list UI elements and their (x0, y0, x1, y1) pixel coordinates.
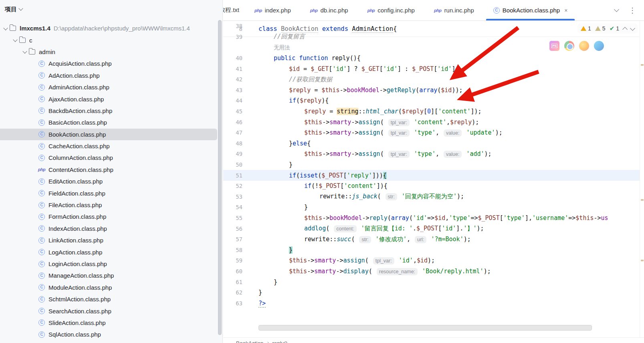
code-editor[interactable]: 3839//回复留言无用法40public function reply(){4… (223, 21, 640, 343)
code-line-60[interactable]: 60$this->smarty->display( resource_name:… (223, 266, 640, 277)
code-line-63[interactable]: 63?> (223, 298, 640, 309)
tree-item-label: FieldAction.class.php (48, 190, 105, 197)
code-line-45[interactable]: 45$reply = string::html_char($reply[0]['… (223, 106, 640, 117)
code-line-48[interactable]: 48}else{ (223, 138, 640, 149)
chevron-down-icon[interactable] (22, 49, 27, 54)
tree-item-FieldAction.class.php[interactable]: CFieldAction.class.php (0, 187, 217, 199)
tab-index.php[interactable]: phpindex.php (245, 0, 301, 20)
usages-hint[interactable]: 无用法 (274, 44, 290, 50)
code-line-47[interactable]: 47$this->smarty->assign( tpl_var: 'type'… (223, 127, 640, 138)
tree-item-BookAction.class.php[interactable]: CBookAction.class.php (0, 129, 217, 140)
tree-item-SearchAction.class.php[interactable]: CSearchAction.class.php (0, 305, 217, 317)
chevron-down-icon[interactable] (13, 37, 17, 42)
tab-db.inc.php[interactable]: phpdb.inc.php (301, 0, 358, 20)
code-token: 'type' (449, 214, 470, 222)
tab-config.inc.php[interactable]: phpconfig.inc.php (358, 0, 424, 20)
tree-item-admin[interactable]: admin (0, 46, 217, 58)
tab-run.inc.php[interactable]: phprun.inc.php (424, 0, 484, 20)
line-number: 63 (223, 300, 242, 307)
stripe-mark[interactable] (641, 64, 644, 66)
code-line-50[interactable]: 50} (223, 159, 640, 170)
tree-item-CacheAction.class.php[interactable]: CCacheAction.class.php (0, 140, 217, 152)
code-line-54[interactable]: 54} (223, 202, 640, 213)
code-line-44[interactable]: 44if($reply){ (223, 95, 640, 106)
code-token: = (311, 87, 321, 94)
code-token: [ (500, 214, 503, 222)
code-line-41[interactable]: 41$id = $_GET['id'] ? $_GET['id'] : $_PO… (223, 63, 640, 74)
close-icon[interactable]: × (564, 7, 567, 14)
tree-item-AdminAction.class.php[interactable]: CAdminAction.class.php (0, 81, 217, 93)
code-line-46[interactable]: 46$this->smarty->assign( tpl_var: 'conte… (223, 117, 640, 127)
tree-item-SqlAction.class.php[interactable]: CSqlAction.class.php (0, 329, 217, 340)
code-token: 'Book/reply.html' (422, 268, 484, 275)
code-line-59[interactable]: 59$this->smarty->assign( tpl_var: 'id',$… (223, 255, 640, 266)
tab-教程.txt[interactable]: 教程.txt (223, 0, 245, 20)
lightbulb-icon[interactable] (248, 172, 253, 179)
editor-options-menu-icon[interactable]: ⋮ (629, 6, 636, 15)
chrome-icon[interactable] (564, 41, 574, 51)
code-line-58[interactable]: 58} (223, 244, 640, 255)
code-line-57[interactable]: 57rewrite::succ( str: '修改成功', url: '?m=B… (223, 234, 640, 245)
stripe-mark[interactable] (641, 260, 644, 261)
tree-item-SlideAction.class.php[interactable]: CSlideAction.class.php (0, 317, 217, 329)
tree-item-SchtmlAction.class.php[interactable]: CSchtmlAction.class.php (0, 293, 217, 305)
breadcrumb-method[interactable]: reply() (272, 340, 287, 343)
tree-item-AcquisiAction.class.php[interactable]: CAcquisiAction.class.php (0, 58, 217, 69)
line-number: 45 (223, 108, 242, 115)
code-token: (! (311, 182, 319, 190)
tree-item-BasicAction.class.php[interactable]: CBasicAction.class.php (0, 117, 217, 128)
tree-item-ManageAction.class.php[interactable]: CManageAction.class.php (0, 270, 217, 281)
code-line-53[interactable]: 53rewrite::js_back( str: '回复内容不能为空'); (223, 192, 640, 202)
edge-icon[interactable] (594, 41, 604, 51)
tree-item-lmxcms1.4[interactable]: lmxcms1.4D:\appdata\hacker\phpstudy_pro\… (0, 22, 217, 34)
tree-item-label: ContentAction.class.php (48, 166, 113, 173)
code-line-49[interactable]: 49$this->smarty->assign( tpl_var: 'type'… (223, 149, 640, 159)
code-line-40[interactable]: 40public function reply(){ (223, 53, 640, 64)
parameter-hint: tpl_var: (388, 119, 410, 126)
error-stripe[interactable] (640, 21, 644, 343)
code-token: = (300, 65, 311, 73)
code-line-42[interactable]: 42//获取回复数据 (223, 74, 640, 85)
code-token: ][ (431, 108, 438, 115)
tree-item-EditAction.class.php[interactable]: CEditAction.class.php (0, 176, 217, 187)
project-tree-scrollbar[interactable] (218, 20, 222, 335)
tree-item-label: LinkAction.class.php (48, 237, 103, 244)
tree-item-AdAction.class.php[interactable]: CAdAction.class.php (0, 70, 217, 81)
code-line-43[interactable]: 43$reply = $this->bookModel->getReply(ar… (223, 85, 640, 96)
tree-item-ContentAction.class.php[interactable]: phpContentAction.class.php (0, 164, 217, 176)
tree-item-c[interactable]: c (0, 34, 217, 46)
class-icon: C (38, 190, 45, 196)
tree-item-ModuleAction.class.php[interactable]: CModuleAction.class.php (0, 282, 217, 293)
hidden-tabs-chevron-icon[interactable] (614, 7, 619, 12)
code-line-52[interactable]: 52if(!$_POST['content']){ (223, 181, 640, 192)
tree-item-LoginAction.class.php[interactable]: CLoginAction.class.php (0, 258, 217, 270)
tree-item-IndexAction.class.php[interactable]: CIndexAction.class.php (0, 223, 217, 234)
code-line-55[interactable]: 55$this->bookModel->reply(array('id'=>$i… (223, 213, 640, 224)
tree-item-FormAction.class.php[interactable]: CFormAction.class.php (0, 211, 217, 222)
folder-icon (10, 26, 16, 31)
horizontal-scrollbar[interactable] (258, 325, 592, 331)
tree-item-LogAction.class.php[interactable]: CLogAction.class.php (0, 246, 217, 258)
code-token: '留言回复【id: ' (361, 225, 413, 232)
tree-item-BackdbAction.class.php[interactable]: CBackdbAction.class.php (0, 105, 217, 117)
class-icon: C (38, 284, 45, 291)
phpstorm-icon[interactable]: PS (549, 41, 559, 51)
stripe-mark[interactable] (641, 199, 644, 201)
code-line-56[interactable]: 56addlog( content: '留言回复【id: '.$_POST['i… (223, 223, 640, 234)
code-token: [ (424, 108, 427, 115)
firefox-icon[interactable] (579, 41, 589, 51)
code-token (372, 236, 375, 243)
tree-item-ColumnAction.class.php[interactable]: CColumnAction.class.php (0, 152, 217, 163)
code-line-51[interactable]: 51if(isset($_POST['reply'])){ (223, 170, 640, 181)
tree-item-AjaxAction.class.php[interactable]: CAjaxAction.class.php (0, 93, 217, 105)
code-line-38[interactable]: 38 (223, 21, 640, 32)
tree-item-LinkAction.class.php[interactable]: CLinkAction.class.php (0, 234, 217, 246)
tab-BookAction.class.php[interactable]: CBookAction.class.php× (484, 0, 577, 20)
code-line-62[interactable]: 62} (223, 287, 640, 298)
tree-item-FileAction.class.php[interactable]: CFileAction.class.php (0, 199, 217, 211)
chevron-down-icon[interactable] (3, 26, 8, 30)
breadcrumb-class[interactable]: BookAction (236, 340, 263, 343)
project-panel-header[interactable]: 项目 (0, 0, 222, 18)
code-line-61[interactable]: 61} (223, 276, 640, 287)
tree-item-label: AcquisiAction.class.php (48, 60, 112, 67)
